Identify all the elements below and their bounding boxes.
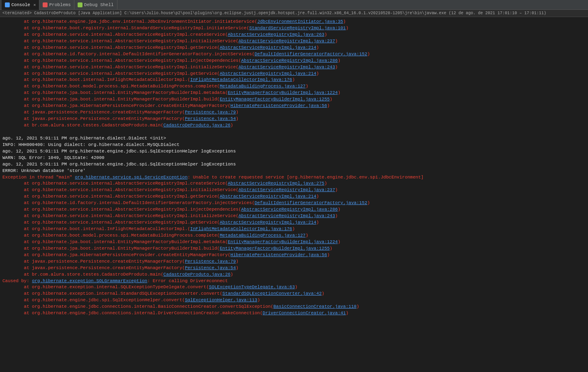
console-line: at javax.persistence.Persistence.createE… (2, 259, 586, 265)
console-line: at org.hibernate.boot.internal.InFlightM… (2, 226, 586, 233)
console-line: at org.hibernate.engine.jdbc.connections… (2, 310, 586, 317)
file-link[interactable]: Persistence.java:54 (185, 265, 236, 270)
file-link[interactable]: InFlightMetadataCollectorImpl.java:176 (190, 77, 292, 82)
file-link[interactable]: MetadataBuildingProcess.java:127 (220, 84, 306, 89)
console-line: at org.hibernate.jpa.boot.internal.Entit… (2, 246, 586, 252)
console-line: ERROR: Unknown database 'store' (2, 168, 586, 174)
console-line: at br.com.alura.store.testes.CadastroDeP… (2, 272, 586, 278)
tab-problems-label: Problems (49, 2, 71, 7)
file-link[interactable]: AbstractServiceRegistryImpl.java:263 (228, 32, 325, 37)
console-line: at org.hibernate.boot.model.process.spi.… (2, 233, 586, 239)
tab-bar: Console ✕ Problems Debug Shell (0, 0, 588, 10)
console-line: at org.hibernate.service.internal.Abstra… (2, 194, 586, 200)
tab-console-close[interactable]: ✕ (33, 2, 36, 7)
console-line: at org.hibernate.service.internal.Abstra… (2, 207, 586, 213)
console-line: at org.hibernate.boot.registry.internal.… (2, 25, 586, 32)
file-link[interactable]: AbstractServiceRegistryImpl.java:214 (220, 45, 317, 50)
file-link[interactable]: DriverConnectionCreator.java:41 (263, 311, 346, 315)
file-link[interactable]: AbstractServiceRegistryImpl.java:214 (220, 194, 317, 199)
file-link[interactable]: AbstractServiceRegistryImpl.java:214 (220, 220, 317, 225)
file-link[interactable]: AbstractServiceRegistryImpl.java:275 (228, 181, 325, 186)
console-line: at org.hibernate.jpa.HibernatePersistenc… (2, 103, 586, 109)
tab-debug-shell[interactable]: Debug Shell (74, 0, 117, 10)
exception-link[interactable]: org.hibernate.service.spi.ServiceExcepti… (75, 175, 187, 180)
tab-debug-label: Debug Shell (84, 2, 114, 7)
file-link[interactable]: InFlightMetadataCollectorImpl.java:176 (190, 226, 292, 231)
console-line: at org.hibernate.service.internal.Abstra… (2, 220, 586, 226)
file-link[interactable]: CadastroDeProduto.java:26 (163, 123, 230, 128)
file-link[interactable]: EntityManagerFactoryBuilderImpl.java:125… (220, 97, 330, 102)
debug-icon (78, 2, 82, 7)
file-link[interactable]: AbstractServiceRegistryImpl.java:243 (239, 65, 335, 70)
console-line: at org.hibernate.jpa.boot.internal.Entit… (2, 239, 586, 246)
tab-console[interactable]: Console ✕ (2, 0, 39, 10)
tab-console-label: Console (11, 2, 30, 7)
console-line: at org.hibernate.service.internal.Abstra… (2, 45, 586, 51)
console-output[interactable]: at org.hibernate.engine.jpa.jdbc.env.int… (0, 17, 588, 372)
console-line: at org.hibernate.engine.jdbc.spi.SqlExce… (2, 297, 586, 304)
file-link[interactable]: Persistence.java:54 (185, 116, 236, 121)
console-line: at org.hibernate.jpa.boot.internal.Entit… (2, 90, 586, 96)
console-line: at org.hibernate.boot.internal.InFlightM… (2, 77, 586, 83)
console-line: at org.hibernate.jpa.boot.internal.Entit… (2, 96, 586, 103)
console-line: at javax.persistence.Persistence.createE… (2, 109, 586, 116)
file-link[interactable]: AbstractServiceRegistryImpl.java:286 (241, 207, 338, 212)
file-link[interactable]: HibernatePersistenceProvider.java:56 (230, 252, 327, 257)
console-line: at org.hibernate.service.internal.Abstra… (2, 32, 586, 38)
file-link[interactable]: StandardServiceRegistryImpl.java:101 (249, 26, 346, 30)
problems-icon (43, 2, 48, 7)
console-line: at org.hibernate.service.internal.Abstra… (2, 181, 586, 187)
file-link[interactable]: BasicConnectionCreator.java:118 (273, 304, 357, 309)
file-link[interactable]: DefaultIdentifierGeneratorFactory.java:1… (255, 52, 367, 57)
console-line: at org.hibernate.engine.jdbc.connections… (2, 304, 586, 310)
console-line: at org.hibernate.service.internal.Abstra… (2, 187, 586, 194)
console-line: at org.hibernate.service.internal.Abstra… (2, 71, 586, 77)
file-link[interactable]: AbstractServiceRegistryImpl.java:243 (239, 213, 335, 218)
file-link[interactable]: HibernatePersistenceProvider.java:56 (230, 103, 327, 108)
console-line: at javax.persistence.Persistence.createE… (2, 116, 586, 122)
file-link[interactable]: Persistence.java:79 (185, 110, 236, 115)
file-link[interactable]: Persistence.java:79 (185, 259, 236, 264)
console-line: Exception in thread "main" org.hibernate… (2, 174, 586, 181)
file-link[interactable]: AbstractServiceRegistryImpl.java:237 (239, 39, 335, 44)
caused-link[interactable]: org.hibernate.exception.SQLGrammarExcept… (32, 278, 148, 283)
console-line: ago. 12, 2021 5:01:11 PM org.hibernate.e… (2, 161, 586, 168)
console-line: ago. 12, 2021 5:01:11 PM org.hibernate.e… (2, 148, 586, 155)
status-text: <terminated> CadastroDeProduto [Java App… (2, 11, 546, 15)
file-link[interactable]: CadastroDeProduto.java:26 (163, 272, 230, 277)
file-link[interactable]: AbstractServiceRegistryImpl.java:286 (241, 58, 338, 63)
console-line: WARN: SQL Error: 1049, SQLState: 42000 (2, 155, 586, 161)
console-line: INFO: HHH000400: Using dialect: org.hibe… (2, 142, 586, 148)
console-line: at org.hibernate.service.internal.Abstra… (2, 64, 586, 71)
tab-problems[interactable]: Problems (39, 0, 74, 10)
console-line: at org.hibernate.id.factory.internal.Def… (2, 51, 586, 58)
status-bar: <terminated> CadastroDeProduto [Java App… (0, 10, 588, 17)
console-line: at org.hibernate.engine.jpa.jdbc.env.int… (2, 19, 586, 25)
console-line: at javax.persistence.Persistence.createE… (2, 265, 586, 272)
file-link[interactable]: StandardSQLExceptionConverter.java:42 (222, 291, 321, 296)
console-line: ago. 12, 2021 5:01:11 PM org.hibernate.d… (2, 135, 586, 142)
console-line: at org.hibernate.jpa.HibernatePersistenc… (2, 252, 586, 259)
console-icon (5, 2, 10, 7)
file-link[interactable]: EntityManagerFactoryBuilderImpl.java:122… (228, 90, 338, 95)
file-link[interactable]: EntityManagerFactoryBuilderImpl.java:122… (228, 239, 338, 244)
console-line (2, 129, 586, 135)
console-line: at br.com.alura.store.testes.CadastroDeP… (2, 122, 586, 129)
console-line: at org.hibernate.service.internal.Abstra… (2, 213, 586, 220)
file-link[interactable]: JdbcEnvironmentInitiator.java:35 (257, 19, 343, 24)
console-line: at org.hibernate.id.factory.internal.Def… (2, 200, 586, 207)
file-link[interactable]: SqlExceptionHelper.java:113 (185, 298, 257, 302)
file-link[interactable]: MetadataBuildingProcess.java:127 (220, 233, 306, 238)
console-line: at org.hibernate.boot.model.process.spi.… (2, 83, 586, 90)
file-link[interactable]: AbstractServiceRegistryImpl.java:214 (220, 71, 317, 76)
file-link[interactable]: AbstractServiceRegistryImpl.java:237 (239, 187, 335, 192)
file-link[interactable]: SQLExceptionTypeDelegate.java:63 (209, 285, 295, 289)
file-link[interactable]: DefaultIdentifierGeneratorFactory.java:1… (255, 200, 367, 205)
console-line: at org.hibernate.exception.internal.SQLE… (2, 284, 586, 291)
console-line: at org.hibernate.exception.internal.Stan… (2, 291, 586, 297)
file-link[interactable]: EntityManagerFactoryBuilderImpl.java:125… (220, 246, 330, 251)
console-line: at org.hibernate.service.internal.Abstra… (2, 38, 586, 45)
console-line: at org.hibernate.service.internal.Abstra… (2, 58, 586, 64)
console-line: Caused by: org.hibernate.exception.SQLGr… (2, 278, 586, 285)
